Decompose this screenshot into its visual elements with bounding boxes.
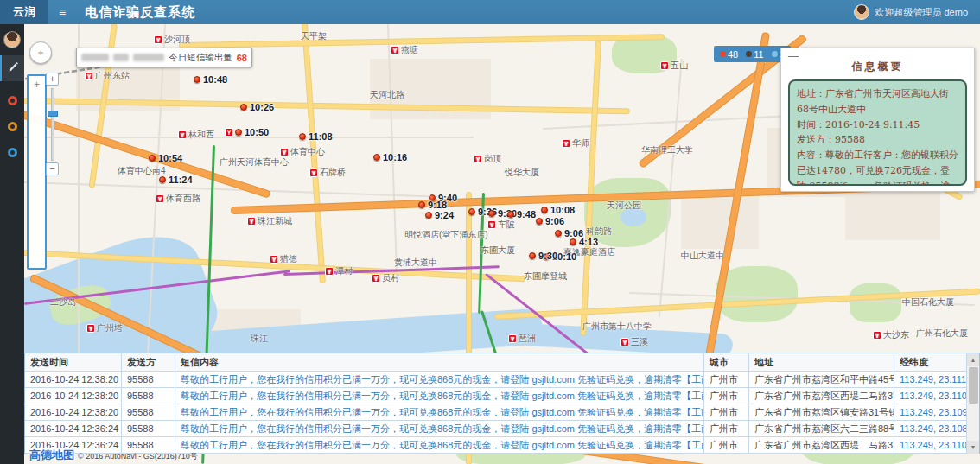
amap-logo: 高德地图 (29, 448, 74, 463)
cell-address: 广东省广州市荔湾区西堤二马路37号镇安路 (749, 437, 894, 454)
sms-map-marker[interactable]: Y 10:50 (225, 127, 269, 137)
menu-toggle-icon[interactable]: ≡ (59, 6, 66, 18)
cell-sender: 95588 (122, 404, 175, 421)
scrollbar-thumb[interactable] (969, 367, 978, 404)
sidebar-item-tools[interactable] (0, 55, 24, 81)
red-dot-icon (529, 252, 536, 259)
place-name: 体育西路 (166, 193, 200, 205)
brand-logo: 云润 (0, 0, 48, 24)
place-name: 黄埔大道中 (394, 257, 437, 269)
info-sender-label: 发送方： (797, 134, 835, 145)
sidebar-item-red-layer[interactable] (0, 81, 24, 107)
metro-station-icon: Y (620, 338, 629, 346)
sms-map-marker[interactable]: Y 10:48 (194, 74, 227, 85)
map-place-label: Y 广州东站 (85, 70, 130, 82)
cell-content: 尊敬的工行用户，您在我行的信用积分已满一万分，现可兑换868元的现金，请登陆 g… (175, 388, 704, 404)
cell-content: 尊敬的工行用户，您在我行的信用积分已满一万分，现可兑换868元的现金，请登陆 g… (175, 372, 704, 388)
map-place-label: Y 中国石化大厦 (902, 296, 954, 308)
scroll-up-arrow[interactable]: ▲ (967, 353, 979, 366)
cell-latlng: 113.249, 23.1096 (894, 404, 968, 421)
cell-sender: 95588 (122, 388, 175, 404)
sms-map-marker[interactable]: Y 9:06 (536, 216, 564, 226)
red-dot-icon (488, 210, 495, 217)
map-place-label: Y 广州天河体育中心 (220, 156, 289, 168)
sms-map-marker[interactable]: Y 10:26 (240, 102, 274, 112)
sidebar (0, 24, 24, 464)
metro-station-icon: Y (154, 35, 162, 44)
metro-station-icon: Y (156, 194, 164, 203)
zoom-in-button[interactable]: + (46, 73, 59, 86)
metro-station-icon: Y (508, 334, 517, 343)
search-box[interactable]: 今日短信输出量 68 (76, 48, 252, 67)
map-place-label: Y 明悦酒店(堂下涌东店) (404, 229, 488, 241)
place-name: 明悦酒店(堂下涌东店) (404, 229, 488, 241)
place-name: 广州东站 (95, 70, 130, 82)
zoom-out-button[interactable]: − (46, 162, 59, 175)
marker-time-label: 10:50 (245, 127, 269, 137)
sms-map-marker[interactable]: Y 9:18 (418, 200, 447, 210)
legend-dot-icon (772, 51, 778, 57)
zoom-slider-track[interactable] (51, 88, 54, 161)
metro-station-icon: Y (86, 324, 95, 333)
sms-map-marker[interactable]: Y 10:08 (541, 205, 575, 215)
sidebar-item-blue-layer[interactable] (0, 133, 24, 159)
place-name: 岗顶 (484, 153, 501, 165)
sms-map-marker[interactable]: Y 9:30 (529, 251, 557, 261)
expand-icon: + (34, 79, 40, 91)
cell-address: 广东省广州市荔湾区和平中路45号康王南路 (749, 372, 894, 388)
sms-map-marker[interactable]: Y 11:24 (159, 175, 193, 185)
map-pan-control[interactable]: ✛ (29, 41, 52, 64)
map-place-label: Y 广州市第十八中学 (582, 321, 652, 333)
cell-city: 广州市 (704, 437, 749, 454)
table-row[interactable]: 2016-10-24 12:38:20 95588 尊敬的工行用户，您在我行的信… (25, 372, 979, 388)
app-window: 云润 ≡ 电信诈骗反查系统 欢迎超级管理员 demo Y 广州东站 Y 沙河顶 … (0, 0, 980, 464)
table-row[interactable]: 2016-10-24 12:38:20 95588 尊敬的工行用户，您在我行的信… (25, 404, 979, 421)
sidebar-avatar[interactable] (3, 31, 21, 48)
info-content-label: 内容： (797, 149, 825, 161)
cell-city: 广州市 (704, 421, 749, 437)
marker-time-label: 10:08 (550, 205, 575, 215)
cell-content: 尊敬的工行用户，您在我行的信用积分已满一万分，现可兑换868元的现金，请登陆 g… (175, 437, 704, 454)
table-scrollbar[interactable]: ▲ ▼ (966, 353, 979, 454)
map-decoration (716, 266, 798, 322)
place-name: 天河北路 (370, 89, 404, 101)
legend-item[interactable]: 11 (746, 49, 763, 60)
scroll-down-arrow[interactable]: ▼ (967, 441, 979, 454)
sms-map-marker[interactable]: Y 10:54 (149, 153, 182, 163)
sms-map-marker[interactable]: Y 9:48 (507, 209, 536, 219)
minimize-button[interactable]: — (788, 50, 799, 62)
metro-station-icon: Y (325, 267, 334, 276)
marker-time-label: 11:24 (169, 175, 193, 185)
collapsed-panel[interactable]: + (27, 74, 47, 270)
cell-time: 2016-10-24 12:36:24 (25, 421, 122, 437)
top-navbar: 云润 ≡ 电信诈骗反查系统 欢迎超级管理员 demo (0, 0, 980, 24)
metro-station-icon: Y (660, 61, 669, 70)
sms-map-marker[interactable]: Y 9:24 (425, 210, 454, 220)
map-place-label: Y 珠江新城 (247, 215, 292, 227)
redacted-text (81, 54, 109, 61)
place-name: 悦华大厦 (505, 167, 539, 179)
place-name: 林和西 (188, 129, 214, 141)
zoom-slider-thumb[interactable] (48, 111, 58, 117)
map-canvas[interactable]: Y 广州东站 Y 沙河顶 Y 天平架 Y 燕塘 Y 天河北路 Y 林和西 Y 体… (24, 24, 980, 464)
orange-ring-icon (8, 122, 17, 131)
table-row[interactable]: 2016-10-24 12:36:24 95588 尊敬的工行用户，您在我行的信… (25, 421, 979, 437)
sms-map-marker[interactable]: Y 10:16 (373, 152, 407, 162)
place-name: 科韵路 (586, 226, 612, 238)
map-place-label: Y 广州塔 (86, 322, 123, 334)
map-place-label: Y 悦华大厦 (505, 167, 539, 179)
redacted-text (133, 54, 164, 61)
cell-latlng: 113.249, 23.1102 (894, 388, 968, 404)
sms-map-marker[interactable]: Y 4:13 (570, 237, 598, 247)
legend-item[interactable]: 48 (720, 49, 738, 60)
table-row[interactable]: 2016-10-24 12:38:20 95588 尊敬的工行用户，您在我行的信… (25, 388, 979, 404)
cell-city: 广州市 (704, 372, 749, 388)
place-name: 天平架 (301, 30, 327, 42)
map-place-label: Y 岗顶 (474, 153, 501, 165)
user-menu[interactable]: 欢迎超级管理员 demo (854, 4, 968, 20)
sidebar-item-orange-layer[interactable] (0, 107, 24, 133)
map-decoration (681, 197, 759, 249)
legend-count: 48 (728, 49, 738, 60)
sms-map-marker[interactable]: Y 11:08 (299, 131, 333, 142)
place-name: 五山 (671, 60, 688, 72)
